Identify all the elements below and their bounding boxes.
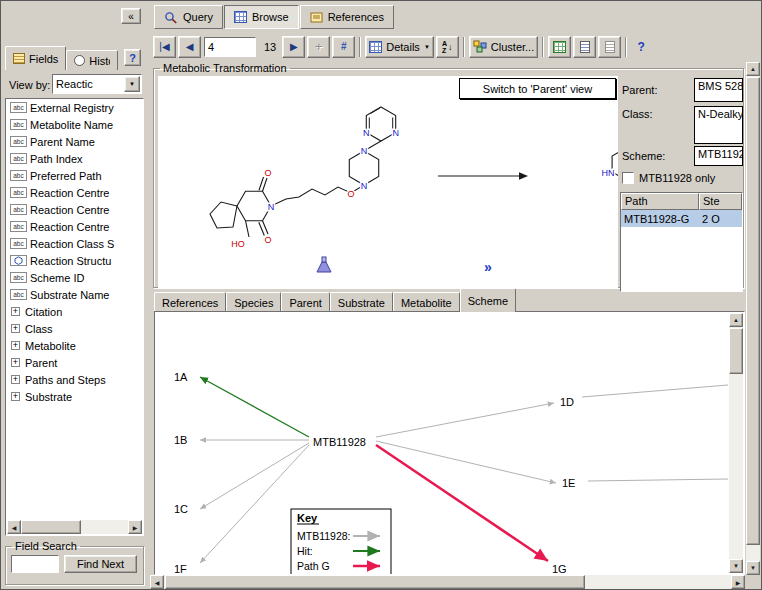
view-by-select[interactable]: Reactic ▼ (52, 74, 142, 94)
path-column-header[interactable]: Path (621, 193, 699, 210)
print-preview-button[interactable] (598, 36, 621, 58)
tree-item[interactable]: abcReaction Class S (6, 235, 143, 252)
find-next-button[interactable]: Find Next (64, 555, 137, 573)
tree-item[interactable]: abcReaction Centre (6, 201, 143, 218)
mtb-only-checkbox[interactable] (622, 172, 634, 184)
scroll-up-button[interactable]: ▲ (746, 62, 760, 76)
branch-expand-icon[interactable]: + (11, 307, 20, 316)
tree-item[interactable]: +Class (6, 320, 143, 337)
tree-item[interactable]: abcExternal Registry (6, 99, 143, 116)
svg-text:O: O (347, 189, 354, 199)
branch-expand-icon[interactable]: + (11, 392, 20, 401)
steps-cell: 2 O (699, 213, 742, 225)
tab-scheme[interactable]: Scheme (460, 288, 516, 312)
tab-metabolite[interactable]: Metabolite (393, 292, 460, 312)
tree-item[interactable]: +Substrate (6, 388, 143, 405)
scrollbar-thumb[interactable] (729, 328, 743, 374)
scheme-graph: MTB11928 1A 1B 1C 1F 1D 1E 1G Key MTB119… (156, 313, 730, 575)
scroll-right-button[interactable]: ▶ (731, 575, 745, 589)
scheme-node[interactable]: 1E (562, 477, 575, 489)
scheme-node[interactable]: 1F (174, 563, 187, 575)
field-search-input[interactable] (11, 555, 59, 573)
flask-icon[interactable] (317, 257, 331, 272)
tab-browse[interactable]: Browse (224, 5, 299, 29)
scheme-node[interactable]: 1A (174, 371, 188, 383)
tab-query[interactable]: Query (154, 5, 223, 29)
branch-expand-icon[interactable]: + (11, 358, 20, 367)
scroll-down-button[interactable]: ▼ (729, 559, 743, 573)
next-record-button[interactable]: ▶ (282, 36, 305, 58)
cluster-button[interactable]: Cluster... (469, 36, 538, 58)
scrollbar-thumb[interactable] (165, 575, 585, 589)
scheme-vertical-scrollbar[interactable]: ▲ ▼ (729, 313, 743, 573)
tree-item[interactable]: +Parent (6, 354, 143, 371)
scroll-left-button[interactable]: ◀ (150, 575, 164, 589)
tab-references-detail[interactable]: References (154, 292, 226, 312)
previous-record-button[interactable]: ◀ (178, 36, 201, 58)
main-horizontal-scrollbar[interactable]: ◀ ▶ (150, 575, 745, 589)
record-number-input[interactable] (204, 37, 256, 57)
scheme-center-node[interactable]: MTB11928 (313, 436, 366, 448)
scroll-down-button[interactable]: ▼ (746, 561, 760, 575)
branch-expand-icon[interactable]: + (11, 341, 20, 350)
tree-item[interactable]: +Paths and Steps (6, 371, 143, 388)
record-total: 13 (264, 41, 276, 53)
tab-substrate[interactable]: Substrate (330, 292, 393, 312)
tree-item[interactable]: +Citation (6, 303, 143, 320)
scroll-left-button[interactable]: ◀ (7, 520, 21, 534)
tab-history[interactable]: Histor (66, 50, 118, 70)
references-icon (310, 11, 323, 24)
scroll-right-button[interactable]: ▶ (128, 520, 142, 534)
scroll-up-button[interactable]: ▲ (729, 313, 743, 327)
tab-references[interactable]: References (300, 5, 394, 29)
add-record-button[interactable]: + (307, 36, 330, 58)
first-record-button[interactable]: |◀ (153, 36, 176, 58)
parent-value[interactable]: BMS 5282 (694, 78, 743, 102)
chevron-down-icon[interactable]: ▼ (124, 76, 140, 92)
scheme-node[interactable]: 1G (552, 563, 567, 575)
details-button[interactable]: Details ▼ (365, 36, 434, 58)
scrollbar-thumb[interactable] (21, 520, 81, 534)
goto-record-button[interactable]: # (332, 36, 355, 58)
tree-item-label: Metabolite (25, 340, 76, 352)
scheme-node[interactable]: 1D (560, 396, 574, 408)
tree-item[interactable]: abcPreferred Path (6, 167, 143, 184)
tree-item-label: Scheme ID (30, 272, 84, 284)
tree-item[interactable]: abcSubstrate Name (6, 286, 143, 303)
branch-expand-icon[interactable]: + (11, 324, 20, 333)
help-icon[interactable]: ? (631, 37, 651, 57)
tree-item[interactable]: abcMetabolite Name (6, 116, 143, 133)
class-value[interactable]: N-Dealkyla (694, 106, 743, 144)
tree-item[interactable]: abcParent Name (6, 133, 143, 150)
report-button[interactable] (573, 36, 596, 58)
main-vertical-scrollbar[interactable]: ▲ ▼ (746, 62, 760, 575)
switch-parent-view-button[interactable]: Switch to 'Parent' view (459, 78, 616, 99)
collapse-sidebar-button[interactable]: « (121, 8, 141, 24)
tree-horizontal-scrollbar[interactable]: ◀ ▶ (7, 520, 142, 534)
tree-item[interactable]: Reaction Structu (6, 252, 143, 269)
tab-fields[interactable]: Fields (5, 46, 66, 70)
tab-label: Scheme (468, 295, 508, 307)
fields-tree: abcExternal Registry abcMetabolite Name … (5, 98, 144, 536)
tree-item[interactable]: +Metabolite (6, 337, 143, 354)
scheme-value[interactable]: MTB1192 (694, 146, 743, 166)
next-scheme-icon[interactable]: » (484, 259, 492, 275)
tree-item[interactable]: abcReaction Centre (6, 218, 143, 235)
details-grid-icon (369, 41, 382, 53)
scheme-node[interactable]: 1B (174, 434, 187, 446)
table-row[interactable]: MTB11928-G 2 O (621, 210, 742, 227)
tree-item[interactable]: abcScheme ID (6, 269, 143, 286)
steps-column-header[interactable]: Ste (699, 193, 742, 210)
tab-fields-label: Fields (29, 53, 58, 65)
scrollbar-thumb[interactable] (746, 77, 760, 545)
sort-button[interactable]: AZ ↓ (436, 36, 459, 58)
tree-item[interactable]: abcPath Index (6, 150, 143, 167)
export-table-button[interactable] (548, 36, 571, 58)
help-icon[interactable]: ? (124, 49, 141, 66)
scheme-key: Key MTB11928: Hit: Path G (291, 509, 391, 575)
tab-species[interactable]: Species (226, 292, 281, 312)
tab-parent[interactable]: Parent (281, 292, 329, 312)
branch-expand-icon[interactable]: + (11, 375, 20, 384)
scheme-node[interactable]: 1C (174, 503, 188, 515)
tree-item[interactable]: abcReaction Centre (6, 184, 143, 201)
